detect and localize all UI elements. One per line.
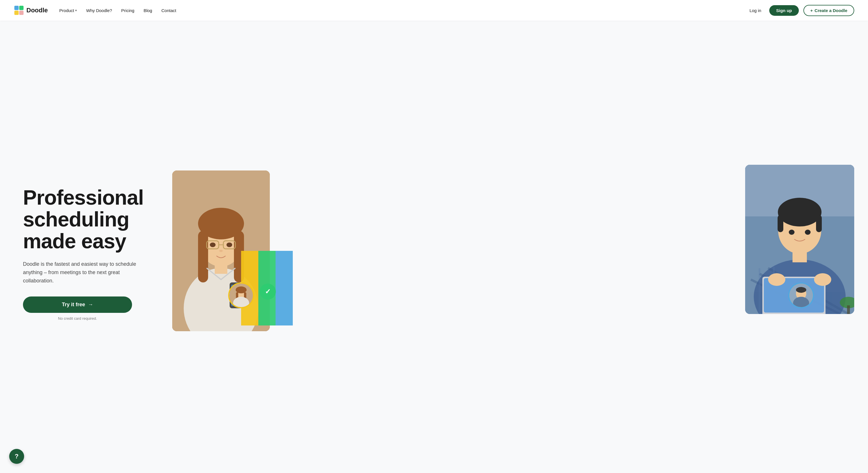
svg-point-42	[789, 230, 795, 235]
avatar-man-small	[788, 282, 814, 308]
signup-button[interactable]: Sign up	[769, 5, 799, 16]
avatar-woman-small	[228, 282, 254, 308]
login-button[interactable]: Log in	[746, 6, 765, 15]
help-button[interactable]: ?	[9, 449, 24, 464]
nav-item-contact[interactable]: Contact	[161, 8, 176, 13]
nav-actions: Log in Sign up + Create a Doodle	[746, 5, 854, 16]
doodle-logo-icon	[14, 5, 24, 15]
checkmark-badge: ✓	[260, 284, 276, 299]
plus-icon: +	[810, 8, 813, 13]
avatar-man-icon	[789, 284, 813, 307]
svg-rect-41	[816, 215, 822, 232]
svg-point-39	[778, 198, 822, 226]
hero-section: Professional scheduling made easy Doodle…	[0, 21, 868, 473]
nav-item-blog[interactable]: Blog	[144, 8, 152, 13]
nav-item-why-doodle[interactable]: Why Doodle?	[86, 8, 112, 13]
svg-rect-40	[778, 215, 783, 232]
svg-point-47	[768, 273, 785, 286]
svg-point-48	[814, 273, 831, 286]
svg-point-16	[219, 250, 223, 252]
try-free-button[interactable]: Try it free →	[23, 296, 132, 313]
bar-blue	[276, 251, 293, 325]
product-dropdown-icon: ▾	[75, 9, 77, 12]
avatar-woman-icon	[229, 284, 253, 307]
hero-image-collage: ✓	[172, 165, 854, 343]
nav-links: Product ▾ Why Doodle? Pricing Blog Conta…	[59, 8, 746, 13]
create-doodle-button[interactable]: + Create a Doodle	[803, 5, 854, 16]
svg-rect-3	[19, 11, 24, 15]
svg-point-27	[796, 287, 806, 293]
navbar: Doodle Product ▾ Why Doodle? Pricing Blo…	[0, 0, 868, 21]
svg-rect-1	[19, 6, 24, 10]
no-credit-card-text: No credit card required.	[23, 316, 132, 321]
arrow-icon: →	[88, 302, 93, 308]
svg-point-15	[226, 243, 232, 247]
hero-subtitle: Doodle is the fastest and easiest way to…	[23, 260, 144, 285]
svg-point-14	[210, 243, 216, 247]
logo-link[interactable]: Doodle	[14, 5, 48, 15]
nav-item-product[interactable]: Product ▾	[59, 8, 77, 13]
hero-content: Professional scheduling made easy Doodle…	[23, 187, 161, 320]
svg-rect-9	[198, 231, 208, 282]
hero-title: Professional scheduling made easy	[23, 187, 161, 252]
nav-item-pricing[interactable]: Pricing	[121, 8, 134, 13]
logo-text: Doodle	[26, 7, 48, 14]
svg-point-43	[805, 230, 811, 235]
svg-rect-2	[14, 11, 19, 15]
svg-rect-50	[847, 305, 850, 314]
svg-rect-0	[14, 6, 19, 10]
